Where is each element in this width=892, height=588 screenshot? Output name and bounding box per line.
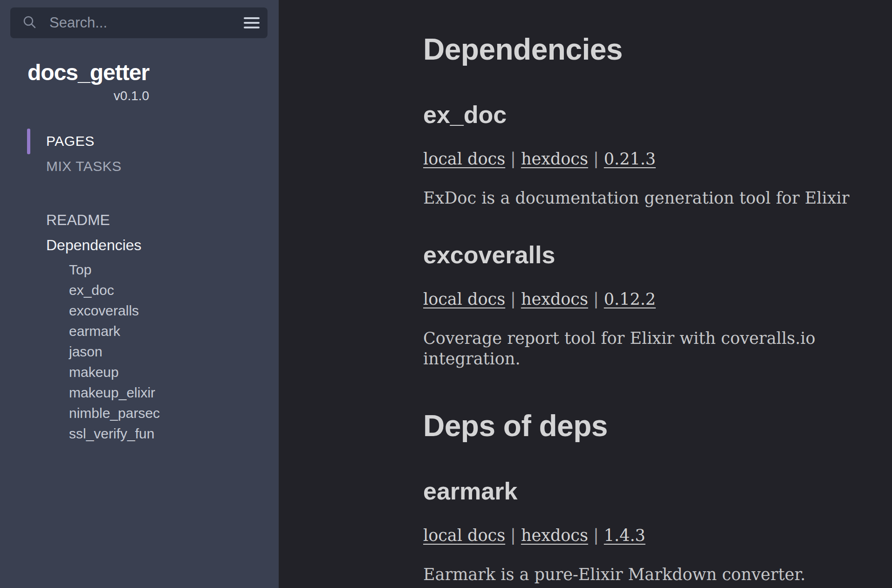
dependency-section-ex-doc: ex_doc local docs|hexdocs|0.21.3 ExDoc i… [423,100,864,208]
active-section-marker [27,129,30,154]
version-link[interactable]: 0.12.2 [604,290,656,308]
main-content: Dependencies ex_doc local docs|hexdocs|0… [279,0,892,588]
sidebar-subitem-top[interactable]: Top [69,261,160,278]
dependency-section-excoveralls: excoveralls local docs|hexdocs|0.12.2 Co… [423,240,864,369]
page-title: Dependencies [423,31,864,68]
separator: | [510,526,516,545]
search-input[interactable] [49,14,244,31]
dependency-section-earmark: earmark local docs|hexdocs|1.4.3 Earmark… [423,476,864,585]
sidebar-subitem-ssl-verify-fun[interactable]: ssl_verify_fun [69,425,160,442]
version-link[interactable]: 1.4.3 [604,526,645,545]
separator: | [593,526,599,545]
hexdocs-link[interactable]: hexdocs [521,150,588,168]
sidebar-pages-nav: README Dependencies Top ex_doc excoveral… [46,211,160,446]
section-heading: ex_doc [423,100,864,130]
section-links: local docs|hexdocs|0.12.2 [423,289,864,309]
hexdocs-link[interactable]: hexdocs [521,290,588,308]
section-description: ExDoc is a documentation generation tool… [423,188,864,208]
sidebar-item-label: PAGES [46,133,95,149]
sidebar-item-readme[interactable]: README [46,211,160,229]
section-description: Earmark is a pure-Elixir Markdown conver… [423,564,864,585]
hamburger-icon [244,22,260,24]
page: docs_getter v0.1.0 PAGES MIX TASKS READM… [0,0,892,588]
hexdocs-link[interactable]: hexdocs [521,526,588,545]
sidebar-subitem-nimble-parsec[interactable]: nimble_parsec [69,405,160,422]
section-heading: excoveralls [423,240,864,270]
menu-button[interactable] [244,15,260,30]
search-bar [10,7,268,38]
sidebar-page-children: Top ex_doc excoveralls earmark jason mak… [69,261,160,442]
search-icon [22,15,37,30]
section-description: Coverage report tool for Elixir with cov… [423,328,864,369]
project-header: docs_getter v0.1.0 [27,59,149,104]
section-links: local docs|hexdocs|1.4.3 [423,525,864,546]
sidebar-nav-groups: PAGES MIX TASKS [46,133,122,183]
section-heading: earmark [423,476,864,506]
sidebar-subitem-makeup[interactable]: makeup [69,364,160,381]
hamburger-icon [244,17,260,19]
project-version: v0.1.0 [27,88,149,104]
sidebar-subitem-earmark[interactable]: earmark [69,323,160,340]
section-links: local docs|hexdocs|0.21.3 [423,149,864,169]
local-docs-link[interactable]: local docs [423,150,505,168]
project-name: docs_getter [27,59,149,86]
sidebar-subitem-excoveralls[interactable]: excoveralls [69,302,160,319]
local-docs-link[interactable]: local docs [423,526,505,545]
sidebar-subitem-makeup-elixir[interactable]: makeup_elixir [69,384,160,401]
subtitle: Deps of deps [423,407,864,444]
sidebar-item-dependencies[interactable]: Dependencies [46,236,160,254]
sidebar-item-label: MIX TASKS [46,158,122,174]
sidebar-item-mix-tasks[interactable]: MIX TASKS [46,158,122,175]
sidebar: docs_getter v0.1.0 PAGES MIX TASKS READM… [0,0,279,588]
local-docs-link[interactable]: local docs [423,290,505,308]
separator: | [593,150,599,168]
separator: | [510,290,516,308]
separator: | [510,150,516,168]
hamburger-icon [244,27,260,28]
version-link[interactable]: 0.21.3 [604,150,656,168]
separator: | [593,290,599,308]
sidebar-subitem-ex-doc[interactable]: ex_doc [69,282,160,299]
sidebar-item-pages[interactable]: PAGES [46,133,122,150]
sidebar-subitem-jason[interactable]: jason [69,343,160,360]
